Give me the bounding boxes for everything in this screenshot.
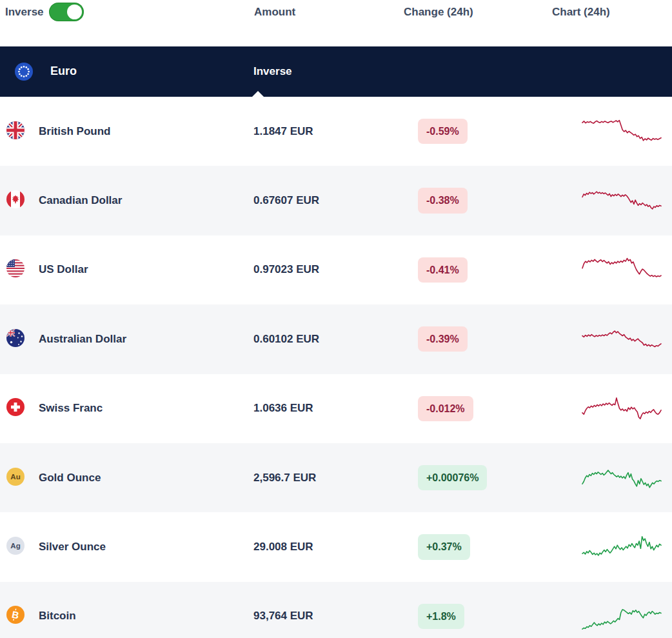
change-badge: +1.8%	[418, 604, 464, 629]
btc-flag-icon: B	[6, 606, 25, 626]
currency-name: Bitcoin	[39, 610, 253, 623]
sparkline-chart	[580, 184, 666, 217]
toggle-knob	[67, 5, 82, 19]
change-badge: -0.41%	[418, 257, 468, 283]
currency-amount: 0.67607 EUR	[253, 194, 418, 207]
change-badge: +0.37%	[418, 534, 470, 559]
currency-name: Gold Ounce	[39, 472, 253, 484]
change-badge: -0.012%	[418, 396, 473, 421]
sparkline-chart	[580, 392, 666, 425]
column-header-chart: Chart (24h)	[552, 6, 610, 19]
currency-name: US Dollar	[39, 263, 253, 276]
currency-amount: 29.008 EUR	[253, 541, 418, 553]
currency-name: British Pound	[39, 125, 253, 138]
currency-row-british-pound[interactable]: British Pound 1.1847 EUR -0.59%	[0, 97, 672, 166]
inverse-toggle-label: Inverse	[5, 6, 44, 19]
base-inverse-label: Inverse	[253, 65, 292, 78]
sparkline-chart	[580, 530, 666, 564]
currency-name: Swiss Franc	[39, 402, 253, 415]
column-header-change: Change (24h)	[404, 6, 473, 19]
silver-flag-icon: Ag	[6, 537, 25, 557]
currency-row-australian-dollar[interactable]: Australian Dollar 0.60102 EUR -0.39%	[0, 304, 672, 374]
currency-name: Australian Dollar	[39, 333, 253, 346]
sparkline-chart	[580, 253, 666, 286]
currency-row-silver-ounce[interactable]: Ag Silver Ounce 29.008 EUR +0.37%	[0, 512, 672, 581]
svg-text:Au: Au	[10, 473, 20, 481]
currency-name: Silver Ounce	[39, 541, 253, 553]
sparkline-chart	[580, 599, 666, 633]
ca-flag-icon	[6, 190, 25, 211]
currency-amount: 0.60102 EUR	[253, 333, 418, 346]
sparkline-chart	[580, 461, 666, 495]
currency-row-canadian-dollar[interactable]: Canadian Dollar 0.67607 EUR -0.38%	[0, 166, 672, 235]
gb-flag-icon	[6, 121, 25, 142]
change-badge: -0.38%	[418, 188, 468, 213]
svg-text:Ag: Ag	[10, 542, 20, 550]
change-badge: -0.39%	[418, 326, 468, 352]
change-badge: +0.00076%	[418, 465, 487, 490]
currency-amount: 1.0636 EUR	[253, 402, 418, 415]
sparkline-chart	[580, 115, 666, 148]
currency-amount: 2,596.7 EUR	[253, 472, 418, 484]
rates-table: British Pound 1.1847 EUR -0.59% Canadian…	[0, 97, 672, 638]
column-header-amount: Amount	[254, 6, 295, 19]
base-currency-name: Euro	[50, 65, 77, 78]
notch-pointer	[252, 91, 264, 97]
currency-amount: 0.97023 EUR	[253, 263, 418, 276]
inverse-toggle[interactable]	[49, 3, 84, 21]
sparkline-chart	[580, 323, 666, 356]
currency-row-bitcoin[interactable]: B Bitcoin 93,764 EUR +1.8%	[0, 582, 672, 638]
us-flag-icon	[6, 259, 25, 280]
ch-flag-icon	[6, 398, 25, 419]
currency-amount: 1.1847 EUR	[253, 125, 418, 138]
gold-flag-icon: Au	[6, 468, 25, 488]
base-currency-row[interactable]: Euro Inverse	[0, 46, 672, 97]
change-badge: -0.59%	[418, 119, 468, 144]
currency-rates-page: { "toolbar": { "inverse_label": "Inverse…	[0, 0, 672, 638]
currency-row-swiss-franc[interactable]: Swiss Franc 1.0636 EUR -0.012%	[0, 374, 672, 443]
currency-name: Canadian Dollar	[39, 194, 253, 207]
currency-row-gold-ounce[interactable]: Au Gold Ounce 2,596.7 EUR +0.00076%	[0, 443, 672, 512]
euro-flag-icon	[15, 63, 33, 83]
currency-row-us-dollar[interactable]: US Dollar 0.97023 EUR -0.41%	[0, 235, 672, 304]
au-flag-icon	[6, 329, 25, 350]
currency-amount: 93,764 EUR	[253, 610, 418, 623]
toolbar: Inverse Amount Change (24h) Chart (24h)	[0, 0, 672, 46]
